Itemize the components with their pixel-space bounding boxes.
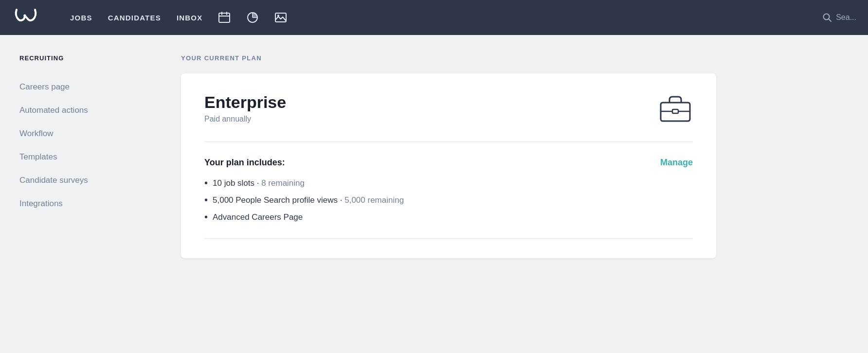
main-layout: RECRUITING Careers page Automated action… — [0, 35, 868, 353]
svg-point-8 — [277, 15, 279, 17]
feature-people-search: 5,000 People Search profile views · 5,00… — [204, 194, 693, 206]
chart-icon[interactable] — [246, 11, 259, 24]
plan-features: 10 job slots · 8 remaining 5,000 People … — [204, 177, 693, 223]
nav-inbox[interactable]: INBOX — [177, 12, 203, 24]
section-title: YOUR CURRENT PLAN — [181, 54, 849, 62]
nav-jobs[interactable]: JOBS — [70, 12, 92, 24]
feature-careers-page: Advanced Careers Page — [204, 212, 693, 223]
manage-link[interactable]: Manage — [660, 158, 693, 168]
search-icon — [822, 13, 832, 22]
plan-includes-header: Your plan includes: Manage — [204, 158, 693, 168]
plan-info: Enterprise Paid annually — [204, 93, 286, 124]
plan-billing: Paid annually — [204, 115, 286, 124]
feature-job-slots-text: 10 job slots · 8 remaining — [213, 178, 305, 188]
sidebar-item-workflow[interactable]: Workflow — [19, 122, 150, 145]
calendar-icon[interactable] — [218, 11, 231, 24]
svg-rect-12 — [672, 109, 678, 113]
sidebar-item-integrations[interactable]: Integrations — [19, 192, 150, 215]
sidebar-item-candidate-surveys[interactable]: Candidate surveys — [19, 169, 150, 192]
search-placeholder: Sea... — [836, 13, 856, 22]
main-content: YOUR CURRENT PLAN Enterprise Paid annual… — [165, 35, 868, 353]
plan-card: Enterprise Paid annually — [181, 73, 716, 258]
plan-name: Enterprise — [204, 93, 286, 112]
sidebar-section-title: RECRUITING — [19, 54, 150, 62]
plan-bottom-divider — [204, 238, 693, 239]
plan-includes-title: Your plan includes: — [204, 158, 285, 168]
feature-careers-page-text: Advanced Careers Page — [213, 212, 303, 222]
feature-people-search-text: 5,000 People Search profile views · 5,00… — [213, 195, 404, 205]
feature-job-slots: 10 job slots · 8 remaining — [204, 177, 693, 189]
search-area[interactable]: Sea... — [822, 13, 856, 22]
briefcase-icon — [658, 93, 693, 126]
sidebar-item-careers-page[interactable]: Careers page — [19, 75, 150, 99]
sidebar-item-templates[interactable]: Templates — [19, 145, 150, 169]
svg-line-10 — [829, 19, 831, 21]
nav-candidates[interactable]: CANDIDATES — [108, 12, 161, 24]
plan-divider — [204, 141, 693, 142]
image-icon[interactable] — [274, 11, 287, 24]
app-logo[interactable] — [12, 6, 47, 29]
top-navigation: JOBS CANDIDATES INBOX Sea... — [0, 0, 868, 35]
plan-header: Enterprise Paid annually — [204, 93, 693, 126]
sidebar-item-automated-actions[interactable]: Automated actions — [19, 99, 150, 122]
svg-rect-0 — [219, 13, 230, 22]
sidebar: RECRUITING Careers page Automated action… — [0, 35, 165, 353]
